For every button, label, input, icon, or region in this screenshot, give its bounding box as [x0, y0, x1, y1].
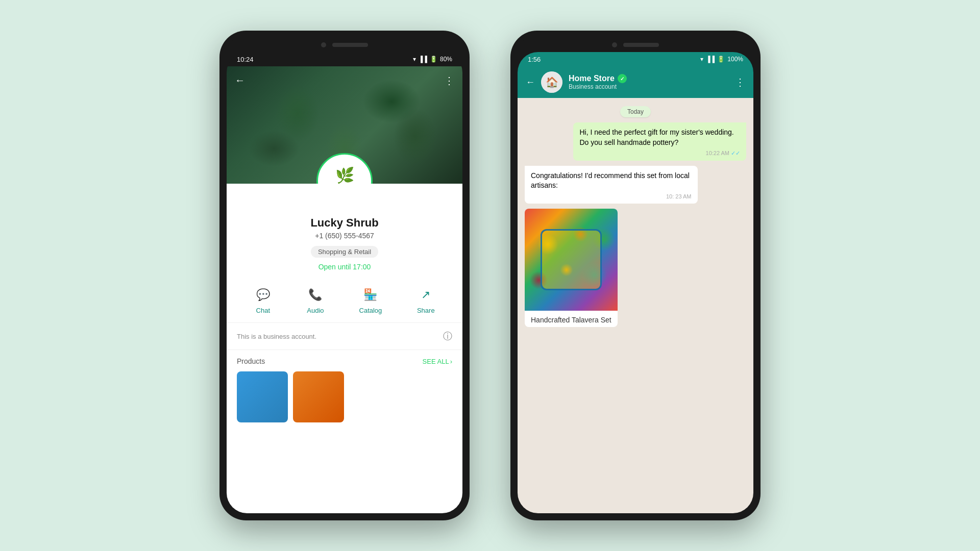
time-2: 1:56 — [528, 56, 541, 63]
signal-icon: ▐▐ — [419, 56, 427, 63]
chat-area: Today Hi, I need the perfect gift for my… — [518, 98, 753, 513]
back-arrow-button[interactable]: ← — [235, 74, 245, 86]
message-time-2: 10: 23 AM — [531, 193, 692, 201]
audio-button[interactable]: 📞 Audio — [307, 286, 324, 314]
media-card[interactable]: Handcrafted Talavera Set — [525, 209, 618, 327]
phone-2: 1:56 ▾ ▐▐ 🔋 100% ← 🏠 Home Store ✓ Busine… — [510, 31, 761, 520]
speaker-bar-2 — [623, 43, 659, 47]
hero-section: ← ⋮ 🌿 LUCKYSHRUB — [227, 66, 462, 184]
info-icon[interactable]: ⓘ — [443, 330, 452, 342]
see-all-button[interactable]: SEE ALL › — [423, 358, 452, 365]
message-time-1: 10:22 AM ✓✓ — [579, 149, 740, 157]
audio-label: Audio — [307, 307, 324, 314]
phone-1: 10:24 ▾ ▐▐ 🔋 80% ← ⋮ 🌿 LUCKYSHRUB Lucky … — [219, 31, 470, 520]
date-divider: Today — [525, 106, 746, 117]
products-title: Products — [237, 357, 265, 365]
speaker-bar — [332, 43, 368, 47]
product-thumb-1[interactable] — [237, 371, 288, 422]
chat-subtitle: Business account — [569, 83, 729, 90]
catalog-icon: 🏪 — [362, 286, 379, 304]
catalog-label: Catalog — [359, 307, 382, 314]
chat-info: Home Store ✓ Business account — [569, 74, 729, 90]
status-icons-2: ▾ ▐▐ 🔋 100% — [700, 56, 743, 63]
message-text-2: Congratulations! I'd recommend this set … — [531, 171, 690, 190]
product-thumbnails — [237, 371, 452, 422]
catalog-button[interactable]: 🏪 Catalog — [359, 286, 382, 314]
business-note: This is a business account. ⓘ — [227, 323, 462, 350]
media-caption: Handcrafted Talavera Set — [525, 311, 618, 327]
time-1: 10:24 — [237, 56, 254, 63]
category-tag: Shopping & Retail — [311, 246, 378, 258]
pottery-center — [541, 229, 602, 290]
status-bar-2: 1:56 ▾ ▐▐ 🔋 100% — [518, 52, 753, 66]
logo-plant-icon: 🌿 — [335, 168, 354, 183]
message-text-1: Hi, I need the perfect gift for my siste… — [579, 128, 733, 146]
status-bar-1: 10:24 ▾ ▐▐ 🔋 80% — [227, 52, 462, 66]
wifi-icon: ▾ — [413, 56, 416, 63]
note-text: This is a business account. — [237, 333, 438, 340]
media-image — [525, 209, 618, 311]
chat-label: Chat — [256, 307, 270, 314]
business-status: Open until 17:00 — [227, 263, 462, 271]
battery-icon-2: 🔋 — [717, 56, 725, 63]
logo-text-1: LUCKYSHRUB — [335, 183, 354, 184]
wifi-icon-2: ▾ — [700, 56, 703, 63]
chat-icon: 💬 — [254, 286, 272, 304]
share-icon: ↗ — [417, 286, 434, 304]
audio-icon: 📞 — [307, 286, 324, 304]
chat-business-name: Home Store ✓ — [569, 74, 729, 83]
signal-icon-2: ▐▐ — [706, 56, 715, 63]
products-section: Products SEE ALL › — [227, 350, 462, 430]
products-header: Products SEE ALL › — [237, 357, 452, 365]
read-ticks: ✓✓ — [731, 149, 740, 157]
business-name: Lucky Shrub — [227, 216, 462, 230]
share-label: Share — [417, 307, 435, 314]
store-avatar-icon: 🏠 — [541, 71, 562, 93]
business-profile-content: Lucky Shrub +1 (650) 555-4567 Shopping &… — [227, 184, 462, 513]
phone-1-screen: 10:24 ▾ ▐▐ 🔋 80% ← ⋮ 🌿 LUCKYSHRUB Lucky … — [227, 52, 462, 513]
chat-back-button[interactable]: ← — [526, 77, 535, 88]
chat-menu-dots[interactable]: ⋮ — [735, 76, 745, 88]
battery-percent-2: 100% — [727, 56, 743, 63]
phone-2-notch — [518, 38, 753, 52]
battery-icon: 🔋 — [430, 56, 437, 63]
action-buttons: 💬 Chat 📞 Audio 🏪 Catalog ↗ Share — [227, 281, 462, 323]
status-icons-1: ▾ ▐▐ 🔋 80% — [413, 56, 452, 63]
business-category: Shopping & Retail — [227, 246, 462, 258]
date-chip: Today — [620, 106, 651, 117]
menu-dots-button-1[interactable]: ⋮ — [444, 74, 454, 87]
product-thumb-2[interactable] — [293, 371, 344, 422]
phone-1-notch — [227, 38, 462, 52]
business-avatar: 🏠 — [541, 71, 562, 93]
battery-percent-1: 80% — [440, 56, 452, 63]
chat-button[interactable]: 💬 Chat — [254, 286, 272, 314]
verified-badge: ✓ — [618, 74, 627, 83]
share-button[interactable]: ↗ Share — [417, 286, 435, 314]
chat-header: ← 🏠 Home Store ✓ Business account ⋮ — [518, 66, 753, 98]
camera-dot-2 — [612, 42, 617, 47]
business-phone: +1 (650) 555-4567 — [227, 232, 462, 240]
phone-2-screen: 1:56 ▾ ▐▐ 🔋 100% ← 🏠 Home Store ✓ Busine… — [518, 52, 753, 513]
message-incoming-1: Congratulations! I'd recommend this set … — [525, 166, 698, 204]
camera-dot — [321, 42, 326, 47]
message-outgoing-1: Hi, I need the perfect gift for my siste… — [573, 122, 746, 161]
